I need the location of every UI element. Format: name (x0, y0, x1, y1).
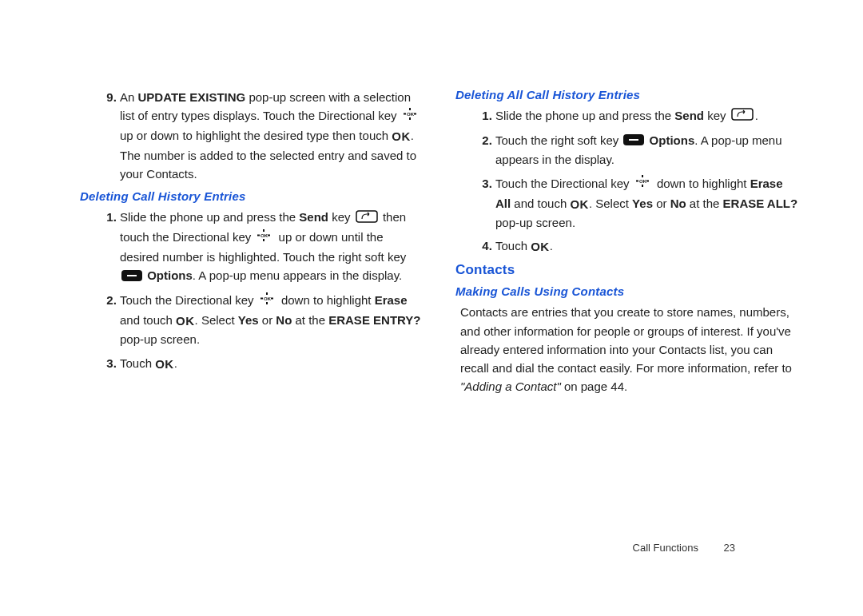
contacts-paragraph: Contacts are entries that you create to … (460, 303, 799, 395)
directional-key-icon: OK (256, 229, 273, 248)
svg-rect-21 (642, 175, 643, 177)
page-number: 23 (724, 542, 735, 554)
text: Touch the right soft key (495, 133, 622, 147)
bold: Options (147, 268, 193, 282)
text: . (550, 239, 553, 252)
softkey-icon (121, 268, 142, 286)
text: key (328, 210, 354, 224)
svg-rect-24 (646, 181, 649, 182)
step-9: An UPDATE EXISTING pop-up screen with a … (120, 88, 424, 183)
text: . Select (589, 197, 632, 210)
svg-rect-20 (629, 139, 638, 141)
directional-key-icon: OK (634, 174, 652, 193)
svg-text:OK: OK (639, 179, 647, 184)
svg-rect-22 (642, 185, 643, 187)
bold: Yes (632, 197, 653, 210)
step-2: Touch the right soft key Options. A pop-… (495, 131, 799, 169)
svg-rect-7 (263, 239, 264, 241)
svg-rect-8 (257, 234, 260, 236)
svg-rect-14 (266, 302, 268, 304)
bold: Erase (375, 293, 408, 307)
text: up or down to highlight the desired type… (120, 129, 392, 142)
step-3: Touch the Directional key OK down to hig… (495, 174, 799, 232)
section-title-making-calls: Making Calls Using Contacts (455, 284, 799, 298)
ok-icon: OK (531, 237, 550, 256)
text: Touch (495, 239, 531, 252)
bold: No (670, 197, 686, 210)
text: and touch (120, 313, 176, 327)
text: . (174, 356, 177, 370)
text: An (120, 90, 138, 104)
bold: No (276, 313, 292, 327)
text: Slide the phone up and press the (120, 210, 299, 224)
text: at the (292, 313, 328, 327)
cross-reference: "Adding a Contact" (460, 380, 561, 393)
ok-icon: OK (570, 195, 589, 213)
text: Touch the Directional key (120, 293, 257, 307)
softkey-icon (623, 132, 644, 150)
bold: ERASE ENTRY? (328, 313, 420, 327)
svg-rect-15 (260, 297, 263, 299)
svg-rect-16 (271, 297, 273, 299)
text: Touch the Directional key (495, 177, 633, 190)
bold: Send (674, 109, 704, 122)
left-column: An UPDATE EXISTING pop-up screen with a … (80, 88, 424, 396)
text: Contacts are entries that you create to … (460, 305, 792, 375)
step-3: Touch OK. (120, 354, 424, 373)
svg-text:OK: OK (264, 296, 272, 301)
text: . (755, 109, 758, 122)
heading-contacts: Contacts (455, 262, 799, 278)
svg-rect-18 (732, 109, 753, 120)
svg-text:OK: OK (407, 112, 415, 117)
text: Touch (120, 356, 155, 370)
ok-icon: OK (392, 127, 411, 145)
ok-icon: OK (155, 355, 174, 373)
deleting-entries-steps: Slide the phone up and press the Send ke… (80, 208, 424, 373)
bold: ERASE ALL? (723, 197, 798, 210)
svg-rect-23 (636, 181, 638, 182)
right-column: Deleting All Call History Entries Slide … (455, 88, 799, 396)
directional-key-icon: OK (402, 107, 420, 126)
bold: Options (650, 133, 695, 147)
text: pop-up screen. (120, 332, 200, 346)
bold: Send (299, 210, 328, 224)
svg-rect-6 (263, 229, 264, 232)
svg-text:OK: OK (260, 233, 268, 238)
directional-key-icon: OK (259, 292, 276, 311)
bold: UPDATE EXISTING (138, 90, 246, 104)
text: Slide the phone up and press the (495, 109, 674, 122)
step-1: Slide the phone up and press the Send ke… (495, 106, 799, 126)
text: at the (686, 197, 723, 210)
page-footer: Call Functions 23 (0, 542, 863, 554)
svg-rect-13 (266, 292, 268, 295)
svg-rect-9 (268, 234, 270, 236)
text: . Select (195, 313, 238, 327)
step-4: Touch OK. (495, 236, 799, 256)
text: and touch (511, 197, 570, 210)
text: or (653, 197, 670, 210)
svg-rect-5 (356, 211, 377, 222)
continued-steps: An UPDATE EXISTING pop-up screen with a … (80, 88, 424, 183)
text: key (704, 109, 730, 122)
svg-rect-2 (404, 113, 406, 115)
deleting-all-steps: Slide the phone up and press the Send ke… (455, 106, 799, 256)
send-key-icon (731, 107, 754, 125)
svg-rect-1 (409, 117, 411, 120)
svg-rect-3 (414, 113, 416, 115)
svg-rect-0 (409, 108, 411, 110)
bold: Yes (238, 313, 259, 327)
text: . A pop-up menu appears in the display. (193, 268, 402, 282)
page-content: An UPDATE EXISTING pop-up screen with a … (0, 0, 863, 396)
text: down to highlight (278, 293, 375, 307)
step-2: Touch the Directional key OK down to hig… (120, 291, 424, 349)
footer-section: Call Functions (633, 542, 698, 554)
text: down to highlight (654, 177, 750, 190)
text: on page 44. (561, 380, 627, 393)
ok-icon: OK (176, 312, 195, 330)
section-title-deleting-entries: Deleting Call History Entries (80, 189, 424, 203)
step-1: Slide the phone up and press the Send ke… (120, 208, 424, 286)
svg-rect-12 (127, 275, 137, 276)
send-key-icon (356, 209, 378, 228)
text: pop-up screen. (495, 216, 575, 229)
text: or (259, 313, 276, 327)
